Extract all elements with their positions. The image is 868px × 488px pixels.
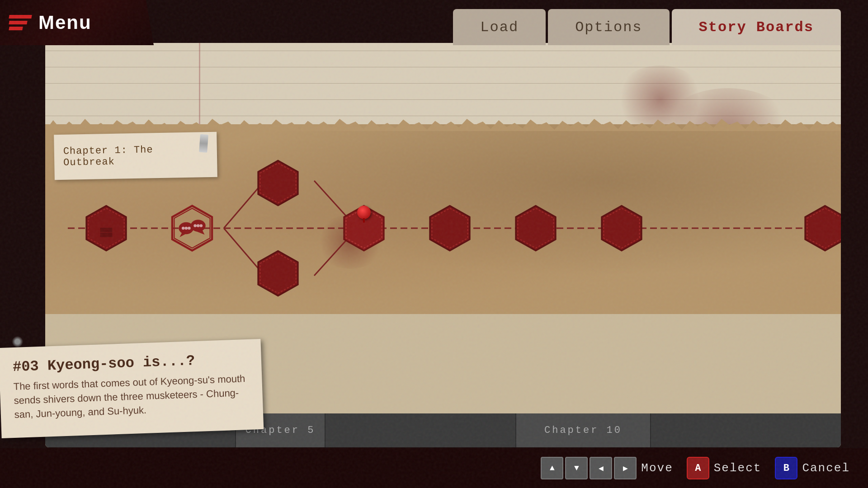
dpad: ▲ ▼ ◀ ▶ [541,457,637,479]
hex-node-1[interactable]: ▓▓▓▓▓ ▓▓▓▓▓ [81,203,131,253]
cancel-btn[interactable]: B [775,457,797,479]
svg-marker-21 [258,161,298,206]
chapter-tab-mid[interactable] [326,413,515,447]
cancel-control: B Cancel [775,457,850,479]
hex-node-2-active[interactable] [167,203,217,253]
svg-marker-27 [430,206,470,251]
hex-node-6[interactable] [425,203,475,253]
svg-point-16 [185,227,188,230]
svg-text:▓▓▓▓▓: ▓▓▓▓▓ [100,232,113,237]
cancel-label: Cancel [802,461,850,475]
svg-marker-29 [516,206,556,251]
story-note-text: The first words that comes out of Kyeong… [13,372,250,422]
svg-point-19 [197,224,200,227]
tabs-container: Load Options Story Boards [453,0,841,45]
location-pin [357,206,371,219]
story-note: #03 Kyeong-soo is...? The first words th… [0,339,264,438]
controls-bar: ▲ ▼ ◀ ▶ Move A Select B Cancel [0,448,868,488]
stripe-2 [9,21,27,24]
tab-options[interactable]: Options [548,9,669,45]
menu-label: Menu [38,12,92,33]
hex-node-4-bottom[interactable] [253,249,303,298]
svg-point-17 [188,227,191,230]
chapter-title: Chapter 1: The Outbreak [63,143,208,169]
svg-point-15 [182,227,185,230]
select-control: A Select [687,457,762,479]
chapter-tab-10[interactable]: Chapter 10 [515,413,651,447]
move-control: ▲ ▼ ◀ ▶ Move [541,457,673,479]
svg-point-18 [193,224,197,227]
dpad-left-btn[interactable]: ◀ [590,457,612,479]
hex-node-5-current[interactable] [339,203,389,253]
hex-node-3-top[interactable] [253,158,303,208]
top-bar: Menu Load Options Story Boards [0,0,868,45]
svg-text:▓▓▓▓▓: ▓▓▓▓▓ [100,227,113,232]
chapter-tab-right[interactable] [651,413,841,447]
chapter-note: Chapter 1: The Outbreak [54,132,217,180]
tab-storyboards[interactable]: Story Boards [672,9,841,45]
menu-stripes-icon [9,15,32,30]
lined-paper [45,43,841,133]
move-label: Move [641,461,673,475]
stripe-3 [9,27,23,30]
svg-marker-33 [805,206,841,251]
tab-load[interactable]: Load [453,9,546,45]
svg-marker-31 [602,206,642,251]
story-note-number: #03 Kyeong-soo is...? [13,351,248,375]
menu-logo: Menu [0,0,154,45]
dpad-down-btn[interactable]: ▼ [565,457,588,479]
svg-point-20 [200,224,203,227]
stain-1 [615,66,705,133]
hex-node-9[interactable] [800,203,841,253]
svg-marker-23 [258,251,298,296]
dpad-right-btn[interactable]: ▶ [614,457,637,479]
select-label: Select [714,461,762,475]
dpad-up-btn[interactable]: ▲ [541,457,563,479]
hex-node-7[interactable] [511,203,561,253]
select-btn[interactable]: A [687,457,709,479]
chapter-10-label: Chapter 10 [544,425,622,436]
stripe-1 [9,15,32,19]
hex-node-8[interactable] [597,203,646,253]
